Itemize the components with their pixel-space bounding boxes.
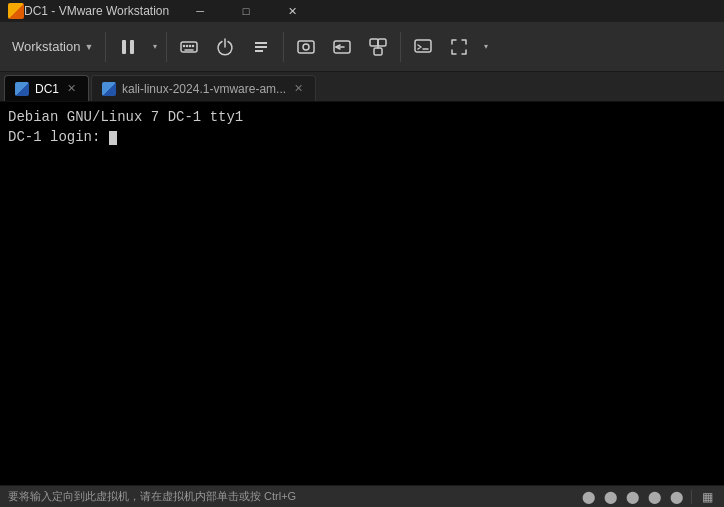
svg-rect-1: [130, 40, 134, 54]
svg-rect-16: [415, 40, 431, 52]
fullscreen-button[interactable]: [441, 30, 477, 64]
status-stretch-icon[interactable]: ▦: [698, 488, 716, 506]
status-display-icon[interactable]: ⬤: [667, 488, 685, 506]
tab-dc1-icon: [15, 82, 29, 96]
tab-dc1-label: DC1: [35, 82, 59, 96]
console-view-button[interactable]: [405, 30, 441, 64]
status-sound-icon[interactable]: ⬤: [645, 488, 663, 506]
minimize-button[interactable]: ─: [177, 0, 223, 22]
fullscreen-group: ▾: [441, 30, 493, 64]
toolbar-separator-3: [283, 32, 284, 62]
svg-point-10: [303, 44, 309, 50]
console-icon: [413, 37, 433, 57]
pause-dropdown-button[interactable]: ▾: [148, 30, 162, 64]
status-usb-icon[interactable]: ⬤: [601, 488, 619, 506]
tab-kali[interactable]: kali-linux-2024.1-vmware-am... ✕: [91, 75, 316, 101]
svg-rect-0: [122, 40, 126, 54]
tab-dc1-close[interactable]: ✕: [65, 81, 78, 96]
snapshot-icon: [296, 37, 316, 57]
keyboard-icon: [179, 37, 199, 57]
console-cursor: [109, 131, 117, 145]
toolbar: Workstation ▼ ▾: [0, 22, 724, 72]
send-ctrl-alt-del-button[interactable]: [171, 30, 207, 64]
fullscreen-dropdown-button[interactable]: ▾: [479, 30, 493, 64]
workstation-menu-arrow: ▼: [84, 42, 93, 52]
console-line-3: DC-1 login:: [8, 128, 716, 148]
vm-console[interactable]: Debian GNU/Linux 7 DC-1 tty1 DC-1 login:: [0, 102, 724, 485]
tab-kali-icon: [102, 82, 116, 96]
titlebar: DC1 - VMware Workstation ─ □ ✕: [0, 0, 724, 22]
fullscreen-icon: [449, 37, 469, 57]
statusbar: 要将输入定向到此虚拟机，请在虚拟机内部单击或按 Ctrl+G ⬤ ⬤ ⬤ ⬤ ⬤…: [0, 485, 724, 507]
toolbar-separator-1: [105, 32, 106, 62]
pause-button[interactable]: [110, 30, 146, 64]
status-disk-icon[interactable]: ⬤: [623, 488, 641, 506]
tab-kali-close[interactable]: ✕: [292, 81, 305, 96]
status-divider: [691, 490, 692, 504]
close-button[interactable]: ✕: [269, 0, 315, 22]
toolbar-separator-2: [166, 32, 167, 62]
tab-kali-label: kali-linux-2024.1-vmware-am...: [122, 82, 286, 96]
tabs-bar: DC1 ✕ kali-linux-2024.1-vmware-am... ✕: [0, 72, 724, 102]
app-logo: [8, 3, 24, 19]
status-message: 要将输入定向到此虚拟机，请在虚拟机内部单击或按 Ctrl+G: [8, 489, 579, 504]
restore-button[interactable]: □: [223, 0, 269, 22]
svg-rect-13: [378, 39, 386, 46]
revert-icon: [332, 37, 352, 57]
title-text: DC1 - VMware Workstation: [24, 4, 169, 18]
snapshot-manager-icon: [368, 37, 388, 57]
status-icons: ⬤ ⬤ ⬤ ⬤ ⬤ ▦: [579, 488, 716, 506]
power-icon: [215, 37, 235, 57]
main-content: Debian GNU/Linux 7 DC-1 tty1 DC-1 login:: [0, 102, 724, 485]
snapshot-manager-button[interactable]: [360, 30, 396, 64]
revert-snapshot-button[interactable]: [324, 30, 360, 64]
pause-icon: [118, 37, 138, 57]
pause-group: ▾: [110, 30, 162, 64]
tab-dc1[interactable]: DC1 ✕: [4, 75, 89, 101]
status-network-icon[interactable]: ⬤: [579, 488, 597, 506]
svg-rect-14: [374, 48, 382, 55]
svg-rect-9: [298, 41, 314, 53]
svg-rect-12: [370, 39, 378, 46]
take-snapshot-button[interactable]: [288, 30, 324, 64]
workstation-menu[interactable]: Workstation ▼: [4, 33, 101, 61]
power-off-button[interactable]: [207, 30, 243, 64]
toolbar-separator-4: [400, 32, 401, 62]
suspend-button[interactable]: [243, 30, 279, 64]
window-controls: ─ □ ✕: [177, 0, 315, 22]
console-line-1: Debian GNU/Linux 7 DC-1 tty1: [8, 108, 716, 128]
suspend-icon: [251, 37, 271, 57]
